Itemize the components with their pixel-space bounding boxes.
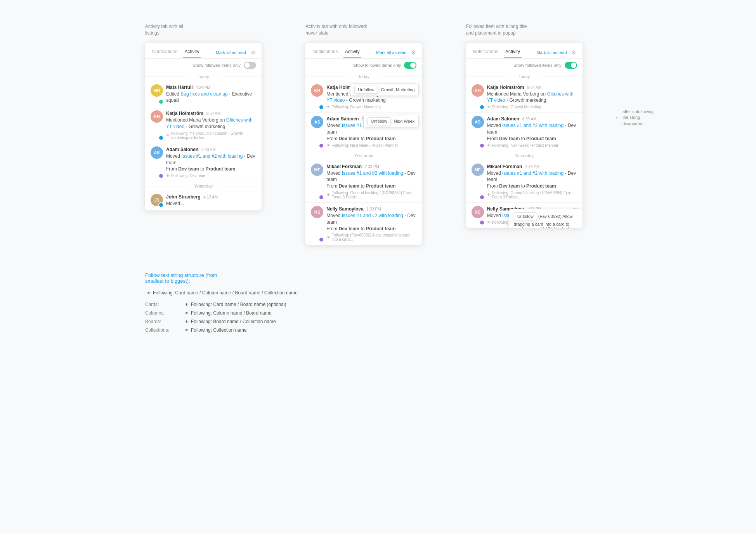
annotation-text: ← after unfollowing, the string disappea… xyxy=(615,109,661,127)
eye-icon-adam-2: 👁 xyxy=(326,143,330,148)
bottom-title: Follow text string structure (from small… xyxy=(145,272,611,284)
mark-all-read-3[interactable]: Mark all as read xyxy=(536,50,567,55)
following-katja-2: 👁 Following: Growth Marketing xyxy=(326,105,416,109)
avatar-wrap-john: JS xyxy=(151,194,163,207)
tab-activity-1[interactable]: Activity xyxy=(183,47,201,58)
gear-icon-3[interactable]: ⚙ xyxy=(571,49,577,56)
toggle-label-2: Show followed items only xyxy=(353,63,401,68)
name-katja-3: Katja Holmström xyxy=(487,85,524,90)
toggle-switch-3[interactable] xyxy=(565,62,577,69)
tab-activity-3[interactable]: Activity xyxy=(504,47,522,58)
panel2-popup: Notifications Activity Mark all as read … xyxy=(305,43,422,245)
panel1-label: Activity tab with all listings xyxy=(145,23,290,37)
following-katja-3: 👁 Following: Growth Marketing xyxy=(487,105,577,109)
panel3-popup: Notifications Activity Mark all as read … xyxy=(466,43,583,228)
eye-icon-adam-1: 👁 xyxy=(166,174,170,178)
tab-notifications-3[interactable]: Notifications xyxy=(472,47,500,58)
value-columns: 👁 Following: Column name / Board name xyxy=(185,310,611,316)
label-boards: Boards: xyxy=(145,319,180,324)
time-mikael-3: 2:33 PM xyxy=(525,165,539,169)
avatar-wrap-adam-2: AS xyxy=(311,116,323,147)
date-yesterday-3: Yesterday xyxy=(466,151,583,160)
badge-adam-3 xyxy=(479,143,485,148)
link-nelly-2[interactable]: Issues #1 and #2 with loading xyxy=(342,213,403,218)
date-today-2: Today xyxy=(305,72,422,81)
value-boards: 👁 Following: Board name / Collection nam… xyxy=(185,319,611,324)
unfollow-btn-katja[interactable]: Unfollow xyxy=(354,86,378,94)
eye-icon-mikael-3: 👁 xyxy=(487,193,491,197)
link-mikael-3[interactable]: Issues #1 and #2 with loading xyxy=(502,170,564,176)
unfollow-btn-nelly[interactable]: Unfollow xyxy=(514,212,537,220)
time-john: 4:12 AM xyxy=(203,195,218,199)
unfollow-popup-nelly: Unfollow (Fav-60592) Allow dragging a ca… xyxy=(509,209,583,228)
name-katja-1: Katja Holmström xyxy=(166,111,203,116)
content-katja-3: Katja Holmström 9:54 AM Mentioned Maria … xyxy=(487,84,577,110)
text-mikael-3: Moved Issues #1 and #2 with loading - De… xyxy=(487,170,577,190)
unfollow-item-adam: Next Week xyxy=(394,119,415,123)
badge-john xyxy=(158,202,164,208)
eye-icon-katja-2: 👁 xyxy=(326,105,330,109)
mark-all-read-1[interactable]: Mark all as read xyxy=(216,50,246,55)
avatar-katja-1: KH xyxy=(151,110,163,123)
link-katja-3[interactable]: Glitches with YT video xyxy=(487,91,574,103)
content-mikael-3: Mikael Forsman 2:33 PM Moved Issues #1 a… xyxy=(487,164,577,199)
unfollow-btn-adam[interactable]: Unfollow xyxy=(368,117,391,125)
gear-icon-1[interactable]: ⚙ xyxy=(250,49,256,56)
link-mats[interactable]: Bug fixes and clean up xyxy=(180,91,227,97)
name-nelly-2: Nelly Samoylova xyxy=(326,206,363,212)
avatar-wrap-katja-3: KH xyxy=(472,84,484,110)
time-mikael-2: 2:33 PM xyxy=(365,165,379,169)
following-mikael-3: 👁 Following: General backlog / {FAV60384… xyxy=(487,191,577,199)
avatar-mikael-2: MF xyxy=(311,164,323,176)
time-adam-3: 8:33 AM xyxy=(522,117,537,121)
toggle-switch-1[interactable] xyxy=(244,62,256,69)
activity-item-adam-1: AS Adam Salonen 8:33 AM Moved Issues #1 … xyxy=(145,143,262,181)
panel1-header: Notifications Activity Mark all as read … xyxy=(145,43,262,59)
activity-item-nelly-3: NS Nelly Samoylova 1:33 PM Moved Issues … xyxy=(466,203,583,228)
activity-item-john: JS John Stranberg 4:12 AM Moved... xyxy=(145,191,262,210)
link-mikael-2[interactable]: Issues #1 and #2 with loading xyxy=(342,170,403,176)
name-adam-3: Adam Salonen xyxy=(487,116,519,122)
activity-item-katja-2: KH Katja Holmström 9:54 AM Mentioned Mar… xyxy=(305,81,422,113)
toggle-switch-2[interactable] xyxy=(404,62,416,69)
mark-all-read-2[interactable]: Mark all as read xyxy=(376,50,406,55)
following-mikael-2: 👁 Following: General backlog / {FAV60384… xyxy=(326,191,416,199)
content-adam-3: Adam Salonen 8:33 AM Moved Issues #1 and… xyxy=(487,116,577,147)
text-nelly-2: Moved Issues #1 and #2 with loading - De… xyxy=(326,212,416,232)
tab-notifications-1[interactable]: Notifications xyxy=(151,47,179,58)
avatar-wrap-katja-2: KH xyxy=(311,84,323,110)
eye-icon-nelly-2: 👁 xyxy=(326,235,330,240)
eye-icon-columns: 👁 xyxy=(185,311,189,315)
content-mikael-2: Mikael Forsman 2:33 PM Moved Issues #1 a… xyxy=(326,164,416,199)
eye-icon-collections: 👁 xyxy=(185,328,189,332)
link-adam-1[interactable]: Issues #1 and #2 with loading xyxy=(181,153,243,159)
unfollow-popup-adam: Unfollow Next Week xyxy=(363,115,419,127)
toggle-label-3: Show followed items only xyxy=(513,63,562,68)
text-adam-1: Moved Issues #1 and #2 with loading - De… xyxy=(166,153,256,172)
link-katja-1[interactable]: Glitches with YT video xyxy=(166,117,253,129)
following-katja-1: 👁 Following: YT production column · Grow… xyxy=(166,131,256,140)
avatar-wrap-katja-1: KH xyxy=(151,110,163,140)
badge-adam-2 xyxy=(319,143,324,148)
label-cards: Cards: xyxy=(145,302,180,307)
gear-icon-2[interactable]: ⚙ xyxy=(410,49,416,56)
eye-icon-nelly-3: 👁 xyxy=(487,220,491,224)
activity-item-mikael-2: MF Mikael Forsman 2:33 PM Moved Issues #… xyxy=(305,160,422,203)
main-follow-example: 👁 Following: Card name / Column name / B… xyxy=(145,290,611,296)
eye-icon-mikael-2: 👁 xyxy=(326,193,330,197)
link-adam-3[interactable]: Issues #1 and #2 with loading xyxy=(502,123,564,128)
tab-notifications-2[interactable]: Notifications xyxy=(311,47,339,58)
avatar-mats: MH xyxy=(151,84,163,97)
tab-activity-2[interactable]: Activity xyxy=(343,47,361,58)
avatar-mikael-3: MF xyxy=(472,164,484,176)
activity-item-nelly-2: NS Nelly Samoylova 1:33 PM Moved Issues … xyxy=(305,203,422,245)
unfollow-item-katja: Growth Marketing xyxy=(381,87,415,92)
time-nelly-2: 1:33 PM xyxy=(366,207,381,211)
badge-nelly-2 xyxy=(319,237,324,242)
date-yesterday-1: Yesterday xyxy=(145,181,262,191)
panel-section-3: Followed item with a long title and plac… xyxy=(466,23,611,228)
follow-table: Cards: 👁 Following: Card name / Board na… xyxy=(145,302,611,333)
panel2-header: Notifications Activity Mark all as read … xyxy=(305,43,422,59)
toggle-row-1: Show followed items only xyxy=(145,59,262,72)
badge-katja-1 xyxy=(158,135,164,141)
